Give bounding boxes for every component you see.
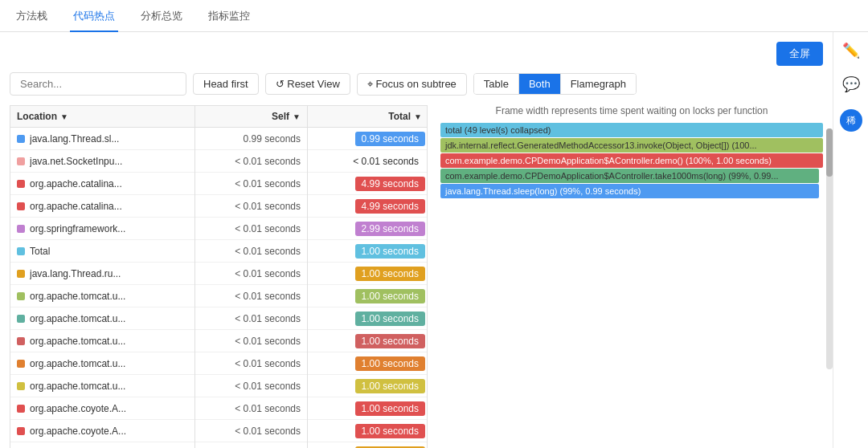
- cell-location: org.apache.catalina...: [10, 173, 195, 195]
- nav-item-metrics[interactable]: 指标监控: [205, 0, 253, 32]
- cell-total: 1.00 seconds: [308, 397, 428, 420]
- color-indicator: [17, 315, 25, 323]
- color-indicator: [17, 225, 25, 233]
- flamegraph-note: Frame width represents time spent waitin…: [440, 105, 823, 116]
- cell-self: < 0.01 seconds: [195, 420, 308, 442]
- table-row[interactable]: org.apache.coyote.A... < 0.01 seconds 1.…: [10, 420, 427, 442]
- view-toggle-group: Table Both Flamegraph: [473, 73, 637, 95]
- table-view-button[interactable]: Table: [474, 74, 519, 94]
- table-row[interactable]: java.lang.Thread.sl... 0.99 seconds 0.99…: [10, 128, 427, 150]
- fullscreen-button[interactable]: 全屏: [776, 42, 823, 66]
- cell-self: < 0.01 seconds: [195, 442, 308, 448]
- flame-bar[interactable]: com.example.demo.CPDemoApplication$ACont…: [440, 169, 819, 183]
- table-body: java.lang.Thread.sl... 0.99 seconds 0.99…: [10, 127, 428, 448]
- nav-item-analysis[interactable]: 分析总览: [137, 0, 186, 32]
- cell-self: < 0.01 seconds: [195, 240, 308, 263]
- right-sidebar: ✏️ 💬 稀: [833, 32, 868, 448]
- table-row[interactable]: org.apache.tomcat.u... < 0.01 seconds 1.…: [10, 375, 427, 397]
- cell-total: 1.00 seconds: [308, 330, 428, 352]
- cell-location: org.apache.tomcat.u...: [10, 285, 195, 307]
- color-indicator: [17, 405, 25, 413]
- cell-total: 1.00 seconds: [308, 352, 428, 375]
- cell-total: 4.99 seconds: [308, 195, 428, 218]
- table-row[interactable]: Total < 0.01 seconds 1.00 seconds: [10, 240, 427, 263]
- top-nav: 方法栈 代码热点 分析总览 指标监控: [0, 0, 868, 32]
- cell-total: 0.99 seconds: [308, 128, 428, 150]
- reset-view-button[interactable]: ↺ Reset View: [265, 73, 350, 95]
- color-indicator: [17, 360, 25, 368]
- cell-location: Total: [10, 240, 195, 263]
- table-row[interactable]: org.springframework... < 0.01 seconds 2.…: [10, 218, 427, 240]
- col-location-header[interactable]: Location ▼: [10, 106, 195, 127]
- cell-location: org.apache.tomcat.u...: [10, 330, 195, 352]
- scrollbar-track[interactable]: [826, 128, 833, 369]
- cell-total: 4.99 seconds: [308, 173, 428, 195]
- flame-bar[interactable]: jdk.internal.reflect.GeneratedMethodAcce…: [440, 138, 823, 153]
- cell-self: < 0.01 seconds: [195, 330, 308, 352]
- nav-item-methods[interactable]: 方法栈: [13, 0, 51, 32]
- color-indicator: [17, 135, 25, 143]
- both-view-button[interactable]: Both: [519, 74, 561, 94]
- color-indicator: [17, 202, 25, 210]
- scrollbar-thumb[interactable]: [826, 128, 833, 177]
- cell-location: org.apache.coyote.A...: [10, 397, 195, 420]
- chat-icon[interactable]: 💬: [842, 75, 860, 93]
- flame-bar[interactable]: java.lang.Thread.sleep(long) (99%, 0.99 …: [440, 184, 819, 198]
- col-total-header[interactable]: Total ▼: [308, 106, 428, 127]
- edit-icon[interactable]: ✏️: [842, 42, 860, 59]
- cell-location: org.apache.tomcat.u...: [10, 307, 195, 330]
- cell-self: < 0.01 seconds: [195, 307, 308, 330]
- flame-bar[interactable]: total (49 level(s) collapsed): [440, 123, 823, 137]
- flamegraph-section: Frame width represents time spent waitin…: [440, 105, 823, 448]
- cell-total: 1.00 seconds: [308, 442, 428, 448]
- cell-self: < 0.01 seconds: [195, 218, 308, 240]
- cell-total: 1.00 seconds: [308, 263, 428, 285]
- focus-subtree-button[interactable]: ⌖ Focus on subtree: [357, 73, 467, 96]
- table-row[interactable]: org.apache.coyote.A... < 0.01 seconds 1.…: [10, 397, 427, 420]
- table-row[interactable]: org.apache.tomcat.u... < 0.01 seconds 1.…: [10, 307, 427, 330]
- col-self-header[interactable]: Self ▼: [195, 106, 308, 127]
- cell-total: 1.00 seconds: [308, 240, 428, 263]
- cell-self: < 0.01 seconds: [195, 375, 308, 397]
- color-indicator: [17, 382, 25, 390]
- avatar-icon[interactable]: 稀: [840, 109, 862, 132]
- color-indicator: [17, 180, 25, 188]
- cell-location: org.apache.tomcat.u...: [10, 375, 195, 397]
- cell-total: 2.99 seconds: [308, 218, 428, 240]
- cell-self: < 0.01 seconds: [195, 285, 308, 307]
- table-row[interactable]: org.apache.catalina... < 0.01 seconds 4.…: [10, 173, 427, 195]
- cell-self: < 0.01 seconds: [195, 263, 308, 285]
- color-indicator: [17, 247, 25, 255]
- cell-self: < 0.01 seconds: [195, 173, 308, 195]
- table-section: Location ▼ Self ▼ Total ▼ java: [10, 105, 428, 448]
- table-row[interactable]: org.apache.catalina... < 0.01 seconds 4.…: [10, 195, 427, 218]
- cell-total: 1.00 seconds: [308, 285, 428, 307]
- table-row[interactable]: org.apache.tomcat.u... < 0.01 seconds 1.…: [10, 352, 427, 375]
- flame-bar[interactable]: com.example.demo.CPDemoApplication$ACont…: [440, 153, 823, 168]
- cell-total: 1.00 seconds: [308, 420, 428, 442]
- cell-self: 0.99 seconds: [195, 128, 308, 150]
- cell-location: org.apache.coyote.h...: [10, 442, 195, 448]
- cell-self: < 0.01 seconds: [195, 195, 308, 218]
- table-row[interactable]: org.apache.tomcat.u... < 0.01 seconds 1.…: [10, 285, 427, 307]
- color-indicator: [17, 157, 25, 165]
- head-first-button[interactable]: Head first: [193, 73, 259, 95]
- flamegraph-container: total (49 level(s) collapsed)jdk.interna…: [440, 123, 823, 198]
- cell-location: org.apache.tomcat.u...: [10, 352, 195, 375]
- color-indicator: [17, 337, 25, 345]
- table-row[interactable]: java.net.SocketInpu... < 0.01 seconds < …: [10, 150, 427, 173]
- cell-self: < 0.01 seconds: [195, 352, 308, 375]
- cell-total: < 0.01 seconds: [308, 150, 428, 173]
- nav-item-hotspot[interactable]: 代码热点: [70, 0, 118, 32]
- color-indicator: [17, 292, 25, 300]
- table-row[interactable]: org.apache.tomcat.u... < 0.01 seconds 1.…: [10, 330, 427, 352]
- search-input[interactable]: [10, 72, 186, 96]
- cell-location: java.lang.Thread.ru...: [10, 263, 195, 285]
- cell-location: java.lang.Thread.sl...: [10, 128, 195, 150]
- table-row[interactable]: java.lang.Thread.ru... < 0.01 seconds 1.…: [10, 263, 427, 285]
- table-row[interactable]: org.apache.coyote.h... < 0.01 seconds 1.…: [10, 442, 427, 448]
- cell-total: 1.00 seconds: [308, 375, 428, 397]
- flamegraph-view-button[interactable]: Flamegraph: [561, 74, 636, 94]
- content-area: Location ▼ Self ▼ Total ▼ java: [10, 105, 823, 448]
- cell-location: org.apache.coyote.A...: [10, 420, 195, 442]
